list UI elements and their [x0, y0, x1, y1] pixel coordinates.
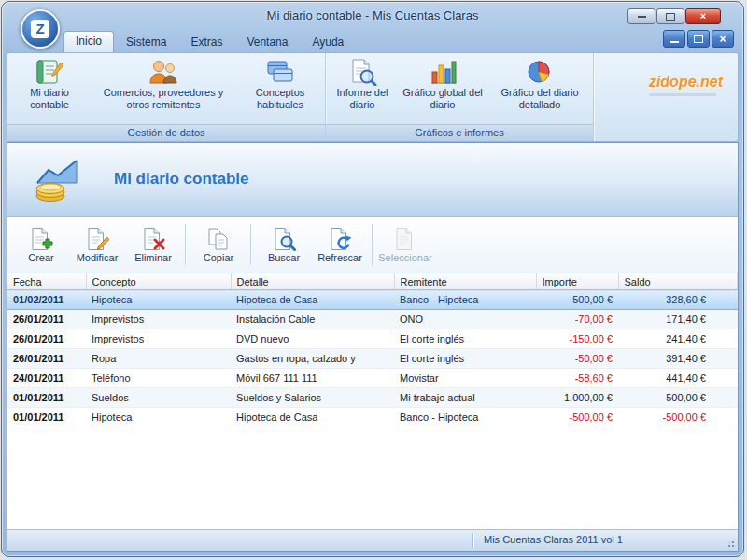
- cell-concepto: Imprevistos: [86, 310, 231, 329]
- ribbon-item-mi-diario-contable[interactable]: Mi diario contable: [10, 57, 89, 111]
- column-header-importe[interactable]: Importe: [536, 273, 618, 290]
- cell-remitente: El corte inglés: [394, 349, 536, 369]
- toolbar-separator: [250, 224, 252, 265]
- cell-fecha: 26/01/2011: [7, 329, 86, 349]
- button-label: Modificar: [77, 252, 119, 263]
- resize-grip[interactable]: [724, 537, 736, 549]
- ribbon-item-conceptos-habituales[interactable]: Conceptos habituales: [238, 57, 322, 111]
- tab-ayuda[interactable]: Ayuda: [300, 32, 356, 52]
- ribbon-item-grafico-detallado[interactable]: Gráfico del diario detallado: [489, 57, 590, 111]
- tab-sistema[interactable]: Sistema: [114, 32, 178, 52]
- cell-detalle: DVD nuevo: [231, 329, 394, 349]
- cards-icon: [265, 58, 295, 86]
- mdi-close-icon: ×: [719, 33, 726, 46]
- ribbon-item-label: Conceptos habituales: [242, 87, 318, 110]
- tab-inicio[interactable]: Inicio: [63, 31, 114, 52]
- table-row[interactable]: 26/01/2011ImprevistosInstalación CableON…: [7, 310, 738, 329]
- ribbon-group-title: Gráficos e informes: [326, 124, 593, 141]
- cell-importe: -50,00 €: [536, 349, 618, 369]
- button-label: Seleccionar: [378, 252, 431, 263]
- button-label: Eliminar: [134, 252, 172, 263]
- cell-concepto: Hipoteca: [86, 408, 231, 427]
- cell-fecha: 24/01/2011: [7, 369, 86, 388]
- mdi-close-button[interactable]: ×: [712, 30, 734, 48]
- column-header-saldo[interactable]: Saldo: [618, 273, 712, 290]
- buscar-button[interactable]: Buscar: [256, 220, 312, 269]
- cell-saldo: 441,40 €: [618, 369, 712, 388]
- ribbon-group-graficos-e-informes: Informe del diario Gráfico global del di…: [326, 53, 594, 141]
- button-label: Copiar: [204, 252, 233, 263]
- cell-fecha: 01/01/2011: [7, 388, 86, 408]
- brand-text: zidope.net: [649, 74, 723, 90]
- table-row[interactable]: 26/01/2011ImprevistosDVD nuevoEl corte i…: [7, 329, 738, 349]
- content-frame: Mi diario contable Crear Mod: [7, 142, 739, 552]
- status-separator: [472, 533, 474, 548]
- cell-concepto: Teléfono: [86, 369, 231, 388]
- cell-fecha: 01/01/2011: [7, 408, 86, 427]
- tab-extras[interactable]: Extras: [178, 32, 234, 52]
- ribbon-item-informe-del-diario[interactable]: Informe del diario: [329, 57, 396, 111]
- refrescar-button[interactable]: Refrescar: [312, 220, 368, 269]
- cell-saldo: 171,40 €: [618, 310, 712, 329]
- table-row[interactable]: 24/01/2011TeléfonoMóvil 667 111 111Movis…: [7, 369, 738, 388]
- button-label: Buscar: [268, 252, 300, 263]
- column-header-concepto[interactable]: Concepto: [86, 273, 231, 290]
- cell-remitente: El corte inglés: [394, 329, 536, 349]
- copy-icon: [206, 227, 231, 251]
- ribbon-item-grafico-global[interactable]: Gráfico global del diario: [396, 57, 489, 111]
- mdi-restore-button[interactable]: [687, 30, 710, 48]
- ribbon-item-label: Mi diario contable: [14, 87, 85, 110]
- maximize-button[interactable]: [656, 8, 684, 24]
- status-text: Mis Cuentas Claras 2011 vol 1: [484, 534, 623, 545]
- cell-importe: -500,00 €: [536, 290, 618, 310]
- mdi-controls: ×: [663, 30, 734, 48]
- cell-fecha: 26/01/2011: [7, 310, 86, 329]
- table-row[interactable]: 01/01/2011SueldosSueldos y SalariosMi tr…: [7, 388, 738, 408]
- ribbon-tab-strip: Inicio Sistema Extras Ventana Ayuda ×: [2, 28, 743, 52]
- app-menu-button[interactable]: Z: [21, 9, 60, 49]
- column-header-detalle[interactable]: Detalle: [231, 273, 394, 290]
- ribbon: Mi diario contable Comercios, proveedore…: [7, 52, 739, 142]
- cell-saldo: 391,40 €: [618, 349, 712, 369]
- cell-detalle: Hipoteca de Casa: [231, 290, 394, 310]
- mdi-minimize-button[interactable]: [663, 30, 685, 48]
- cell-saldo: 500,00 €: [618, 388, 712, 408]
- cell-detalle: Gastos en ropa, calzado y: [231, 349, 394, 369]
- transactions-grid: Fecha Concepto Detalle Remitente Importe…: [7, 273, 738, 529]
- table-row[interactable]: 26/01/2011RopaGastos en ropa, calzado yE…: [7, 349, 738, 369]
- brand-logo: zidope.net: [649, 74, 723, 96]
- cell-filler: [712, 369, 738, 388]
- column-header-remitente[interactable]: Remitente: [394, 273, 536, 290]
- cell-importe: -58,60 €: [536, 369, 618, 388]
- window-title: Mi diario contable - Mis Cuentas Claras: [267, 2, 479, 30]
- table-row[interactable]: 01/02/2011HipotecaHipoteca de CasaBanco …: [7, 290, 738, 310]
- crear-button[interactable]: Crear: [13, 220, 69, 269]
- ribbon-item-label: Gráfico global del diario: [400, 87, 486, 110]
- table-header-row: Fecha Concepto Detalle Remitente Importe…: [7, 273, 738, 290]
- report-magnifier-icon: [347, 58, 377, 86]
- modificar-button[interactable]: Modificar: [69, 220, 125, 269]
- close-button[interactable]: ×: [685, 8, 721, 24]
- table-row[interactable]: 01/01/2011HipotecaHipoteca de CasaBanco …: [7, 408, 738, 427]
- pie-chart-icon: [525, 58, 555, 86]
- cell-saldo: 241,40 €: [618, 329, 712, 349]
- cell-fecha: 26/01/2011: [7, 349, 86, 369]
- cell-detalle: Sueldos y Salarios: [231, 388, 394, 408]
- tab-ventana[interactable]: Ventana: [234, 32, 300, 52]
- eliminar-button[interactable]: Eliminar: [125, 220, 181, 269]
- seleccionar-button[interactable]: Seleccionar: [377, 220, 433, 269]
- copiar-button[interactable]: Copiar: [190, 220, 247, 269]
- mdi-minimize-icon: [670, 38, 679, 43]
- cell-importe: -500,00 €: [536, 408, 618, 427]
- cell-concepto: Sueldos: [86, 388, 231, 408]
- minimize-button[interactable]: [627, 8, 655, 24]
- toolbar-separator: [185, 224, 187, 265]
- ribbon-item-comercios-proveedores[interactable]: Comercios, proveedores y otros remitente…: [89, 57, 238, 111]
- cell-detalle: Móvil 667 111 111: [231, 369, 394, 388]
- app-window: Mi diario contable - Mis Cuentas Claras …: [1, 1, 744, 557]
- column-header-fecha[interactable]: Fecha: [7, 273, 86, 290]
- page-title: Mi diario contable: [114, 170, 249, 189]
- app-logo-icon: Z: [31, 20, 49, 38]
- cell-detalle: Instalación Cable: [231, 310, 394, 329]
- cell-saldo: -500,00 €: [618, 408, 712, 427]
